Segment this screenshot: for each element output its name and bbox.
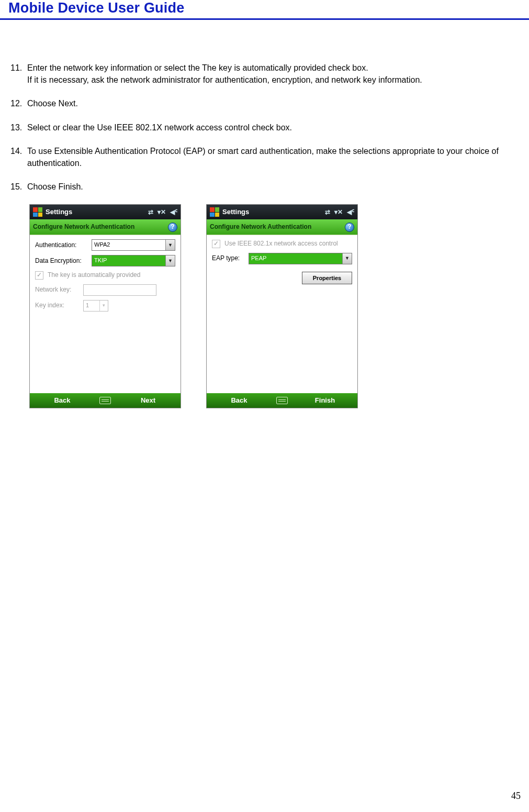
instruction-number: 14. xyxy=(10,145,27,169)
key-index-label: Key index: xyxy=(35,301,79,310)
key-index-dropdown[interactable]: 1 ▾ xyxy=(83,300,108,312)
bottombar: Back Finish xyxy=(207,393,357,408)
instruction-item: 14. To use Extensible Authentication Pro… xyxy=(10,145,519,169)
ieee-checkbox[interactable]: ✓ xyxy=(212,240,220,248)
encryption-label: Data Encryption: xyxy=(35,257,87,265)
ieee-row: ✓ Use IEEE 802.1x network access control xyxy=(212,239,352,248)
chevron-down-icon: ▼ xyxy=(165,240,175,250)
keyboard-icon xyxy=(276,397,288,404)
instruction-number: 12. xyxy=(10,97,27,109)
instruction-text: To use Extensible Authentication Protoco… xyxy=(27,145,519,169)
connectivity-icon: ⇄ xyxy=(325,208,330,217)
finish-button[interactable]: Finish xyxy=(292,396,357,406)
instruction-list: 11. Enter the network key information or… xyxy=(10,62,519,193)
instruction-item: 12. Choose Next. xyxy=(10,97,519,109)
form-area: Authentication: WPA2 ▼ Data Encryption: … xyxy=(30,235,181,393)
volume-icon: ◀ᑦ xyxy=(170,208,177,217)
titlebar-text: Settings xyxy=(46,207,72,217)
form-area: ✓ Use IEEE 802.1x network access control… xyxy=(207,235,357,393)
windows-flag-icon xyxy=(33,207,42,217)
instruction-number: 15. xyxy=(10,181,27,193)
windows-flag-icon xyxy=(210,207,219,217)
instruction-number: 11. xyxy=(10,62,27,86)
device-screenshot-right: Settings ⇄ ▾✕ ◀ᑦ Configure Network Authe… xyxy=(206,204,358,408)
instruction-number: 13. xyxy=(10,121,27,134)
subtitle-text: Configure Network Authentication xyxy=(210,223,311,231)
instruction-text: Choose Finish. xyxy=(27,181,519,193)
subtitle-bar: Configure Network Authentication ? xyxy=(207,219,357,235)
signal-icon: ▾✕ xyxy=(157,208,166,217)
page-number: 45 xyxy=(511,791,521,802)
screenshots-row: Settings ⇄ ▾✕ ◀ᑦ Configure Network Authe… xyxy=(10,204,519,408)
properties-button[interactable]: Properties xyxy=(302,272,352,284)
encryption-dropdown[interactable]: TKIP ▼ xyxy=(92,255,175,266)
eap-row: EAP type: PEAP ▼ xyxy=(212,253,352,264)
device-screenshot-left: Settings ⇄ ▾✕ ◀ᑦ Configure Network Authe… xyxy=(29,204,181,408)
properties-row: Properties xyxy=(212,269,352,284)
key-index-value: 1 xyxy=(86,302,89,310)
encryption-row: Data Encryption: TKIP ▼ xyxy=(35,255,175,266)
instruction-line: If it is necessary, ask the network admi… xyxy=(27,75,422,84)
chevron-down-icon: ▼ xyxy=(342,253,352,264)
volume-icon: ◀ᑦ xyxy=(347,208,354,217)
instruction-item: 15. Choose Finish. xyxy=(10,181,519,193)
network-key-input[interactable] xyxy=(83,284,156,296)
titlebar-text: Settings xyxy=(222,207,249,217)
network-key-row: Network key: xyxy=(35,284,175,296)
titlebar: Settings ⇄ ▾✕ ◀ᑦ xyxy=(207,205,357,219)
connectivity-icon: ⇄ xyxy=(148,208,153,217)
body-content: 11. Enter the network key information or… xyxy=(0,20,529,408)
keyboard-icon xyxy=(99,397,111,404)
auto-key-row: ✓ The key is automatically provided xyxy=(35,271,175,280)
subtitle-text: Configure Network Authentication xyxy=(33,223,134,231)
instruction-text: Select or clear the Use IEEE 802.1X netw… xyxy=(27,121,519,134)
back-button[interactable]: Back xyxy=(30,396,95,406)
eap-label: EAP type: xyxy=(212,254,244,263)
eap-dropdown[interactable]: PEAP ▼ xyxy=(249,253,352,264)
auto-key-checkbox[interactable]: ✓ xyxy=(35,271,43,280)
encryption-value: TKIP xyxy=(94,257,107,265)
chevron-down-icon: ▼ xyxy=(165,255,175,266)
network-key-label: Network key: xyxy=(35,285,79,294)
titlebar: Settings ⇄ ▾✕ ◀ᑦ xyxy=(30,205,181,219)
instruction-item: 11. Enter the network key information or… xyxy=(10,62,519,86)
ieee-label: Use IEEE 802.1x network access control xyxy=(224,239,338,248)
authentication-label: Authentication: xyxy=(35,241,87,250)
instruction-item: 13. Select or clear the Use IEEE 802.1X … xyxy=(10,121,519,134)
chevron-down-icon: ▾ xyxy=(99,301,108,311)
keyboard-button[interactable] xyxy=(95,397,116,404)
authentication-dropdown[interactable]: WPA2 ▼ xyxy=(92,239,175,251)
authentication-row: Authentication: WPA2 ▼ xyxy=(35,239,175,251)
key-index-row: Key index: 1 ▾ xyxy=(35,300,175,312)
back-button[interactable]: Back xyxy=(207,396,272,406)
help-icon[interactable]: ? xyxy=(168,223,177,232)
page-title: Mobile Device User Guide xyxy=(8,0,521,16)
help-icon[interactable]: ? xyxy=(345,223,354,232)
subtitle-bar: Configure Network Authentication ? xyxy=(30,219,181,235)
system-tray: ⇄ ▾✕ ◀ᑦ xyxy=(325,208,354,217)
signal-icon: ▾✕ xyxy=(334,208,343,217)
instruction-text: Enter the network key information or sel… xyxy=(27,62,519,86)
system-tray: ⇄ ▾✕ ◀ᑦ xyxy=(148,208,177,217)
keyboard-button[interactable] xyxy=(272,397,292,404)
page-header: Mobile Device User Guide xyxy=(0,0,529,20)
eap-value: PEAP xyxy=(251,254,266,263)
auto-key-label: The key is automatically provided xyxy=(48,271,140,280)
next-button[interactable]: Next xyxy=(116,396,181,406)
instruction-line: Enter the network key information or sel… xyxy=(27,63,368,72)
bottombar: Back Next xyxy=(30,393,181,408)
authentication-value: WPA2 xyxy=(94,241,110,249)
instruction-text: Choose Next. xyxy=(27,97,519,109)
